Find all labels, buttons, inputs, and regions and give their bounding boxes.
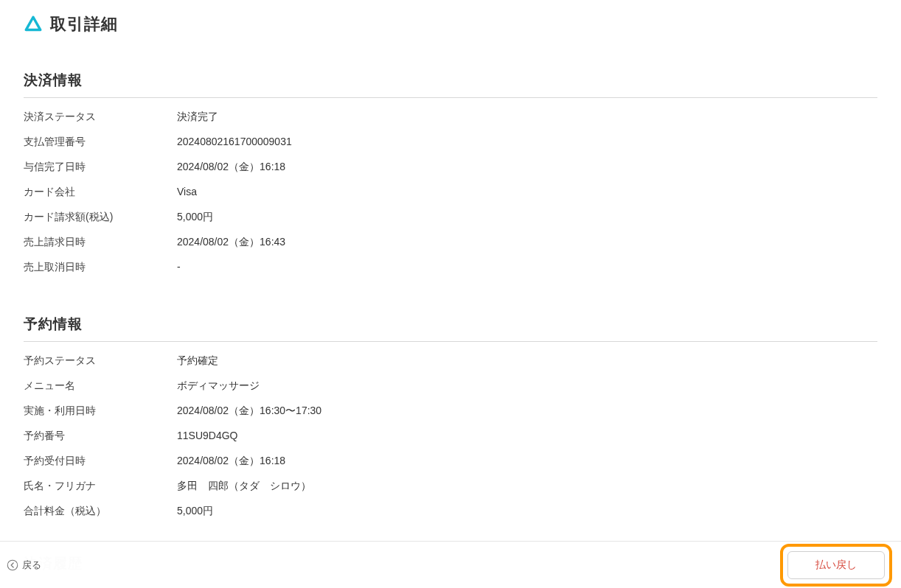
info-label: 予約受付日時 [24, 453, 177, 468]
info-label: 実施・利用日時 [24, 403, 177, 418]
info-value: Visa [177, 184, 197, 199]
info-value: 2024/08/02（金）16:18 [177, 159, 285, 174]
page-header: 取引詳細 [24, 13, 877, 35]
info-label: 合計料金（税込） [24, 503, 177, 518]
info-value: 2024/08/02（金）16:30〜17:30 [177, 403, 321, 418]
table-row: カード会社 Visa [24, 179, 877, 204]
info-value: 5,000円 [177, 209, 213, 224]
table-row: 合計料金（税込） 5,000円 [24, 498, 877, 523]
reservation-section-body: 予約ステータス 予約確定 メニュー名 ボディマッサージ 実施・利用日時 2024… [24, 342, 877, 523]
table-row: 予約番号 11SU9D4GQ [24, 423, 877, 448]
triangle-icon [24, 15, 43, 34]
table-row: 予約ステータス 予約確定 [24, 348, 877, 373]
back-button[interactable]: 戻る [6, 559, 41, 572]
info-value: 2024/08/02（金）16:43 [177, 234, 285, 249]
page-title: 取引詳細 [50, 13, 118, 35]
table-row: 売上請求日時 2024/08/02（金）16:43 [24, 229, 877, 254]
table-row: カード請求額(税込) 5,000円 [24, 204, 877, 229]
svg-point-0 [7, 560, 18, 570]
reservation-section: 予約情報 予約ステータス 予約確定 メニュー名 ボディマッサージ 実施・利用日時… [24, 315, 877, 523]
chevron-left-circle-icon [6, 559, 19, 572]
info-value: 11SU9D4GQ [177, 428, 237, 443]
table-row: 決済ステータス 決済完了 [24, 104, 877, 129]
info-label: 決済ステータス [24, 109, 177, 124]
table-row: メニュー名 ボディマッサージ [24, 373, 877, 398]
table-row: 実施・利用日時 2024/08/02（金）16:30〜17:30 [24, 398, 877, 423]
info-value: 決済完了 [177, 109, 218, 124]
payment-section-body: 決済ステータス 決済完了 支払管理番号 20240802161700009031… [24, 98, 877, 279]
footer-bar: 戻る 払い戻し [0, 541, 901, 588]
info-label: カード請求額(税込) [24, 209, 177, 224]
info-label: カード会社 [24, 184, 177, 199]
info-value: 多田 四郎（タダ シロウ） [177, 478, 311, 493]
payment-section-title: 決済情報 [24, 71, 877, 98]
info-label: 予約番号 [24, 428, 177, 443]
table-row: 与信完了日時 2024/08/02（金）16:18 [24, 154, 877, 179]
info-label: 予約ステータス [24, 353, 177, 368]
info-label: メニュー名 [24, 378, 177, 393]
info-label: 売上請求日時 [24, 234, 177, 249]
reservation-section-title: 予約情報 [24, 315, 877, 342]
table-row: 氏名・フリガナ 多田 四郎（タダ シロウ） [24, 473, 877, 498]
table-row: 予約受付日時 2024/08/02（金）16:18 [24, 448, 877, 473]
info-value: 2024/08/02（金）16:18 [177, 453, 285, 468]
back-label: 戻る [22, 559, 41, 572]
info-label: 売上取消日時 [24, 259, 177, 274]
info-label: 氏名・フリガナ [24, 478, 177, 493]
info-value: 予約確定 [177, 353, 218, 368]
info-value: - [177, 259, 181, 274]
info-value: 5,000円 [177, 503, 213, 518]
refund-button[interactable]: 払い戻し [787, 551, 885, 579]
table-row: 売上取消日時 - [24, 254, 877, 279]
info-label: 与信完了日時 [24, 159, 177, 174]
table-row: 支払管理番号 20240802161700009031 [24, 129, 877, 154]
info-label: 支払管理番号 [24, 134, 177, 149]
info-value: ボディマッサージ [177, 378, 260, 393]
payment-section: 決済情報 決済ステータス 決済完了 支払管理番号 202408021617000… [24, 71, 877, 279]
info-value: 20240802161700009031 [177, 134, 292, 149]
refund-highlight: 払い戻し [780, 544, 892, 587]
